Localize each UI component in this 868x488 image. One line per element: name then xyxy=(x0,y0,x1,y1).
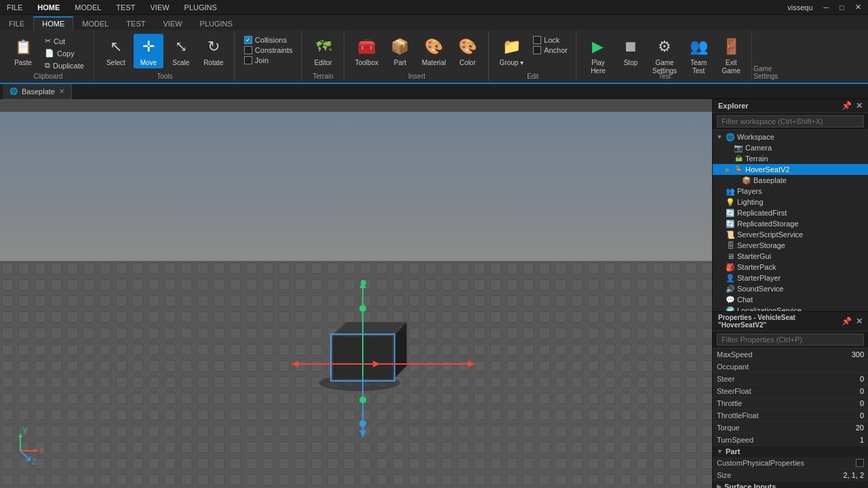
exit-game-icon: 🚪 xyxy=(720,36,742,58)
close-btn[interactable]: ✕ xyxy=(852,1,864,13)
editor-button[interactable]: 🗺 Editor xyxy=(309,34,338,68)
tree-item-hoverseav2[interactable]: ▶ 🪑 HoverSeatV2 xyxy=(713,164,868,175)
prop-row-turnspeed[interactable]: TurnSpeed 1 xyxy=(713,434,868,446)
tree-item-workspace[interactable]: ▼ 🌐 Workspace xyxy=(713,131,868,142)
prop-row-throttle[interactable]: Throttle 0 xyxy=(713,397,868,409)
viewport[interactable]: X Y Z xyxy=(0,99,712,488)
tree-item-starterpack[interactable]: 🎒 StarterPack xyxy=(713,262,868,272)
prop-row-customphys[interactable]: CustomPhysicalProperties xyxy=(713,457,868,469)
move-button[interactable]: ✛ Move xyxy=(134,34,163,68)
play-here-icon: ▶ xyxy=(587,36,609,58)
throttle-value: 0 xyxy=(791,399,865,407)
tab-home[interactable]: HOME xyxy=(33,16,73,30)
tree-item-starterplayer[interactable]: 👤 StarterPlayer xyxy=(713,272,868,283)
minimize-btn[interactable]: ─ xyxy=(821,2,832,13)
starterpack-label: StarterPack xyxy=(737,263,776,271)
color-button[interactable]: 🎨 Color xyxy=(453,34,483,68)
group-button[interactable]: 📁 Group ▾ xyxy=(496,34,528,68)
prop-row-torque[interactable]: Torque 20 xyxy=(713,422,868,434)
lock-checkbox-row[interactable]: Lock xyxy=(530,35,570,45)
properties-pin-icon[interactable]: 📌 xyxy=(842,317,852,326)
constraints-checkbox[interactable] xyxy=(244,46,252,54)
copy-button[interactable]: 📄 Copy xyxy=(41,47,88,59)
select-button[interactable]: ↖ Select xyxy=(101,34,131,68)
menu-file[interactable]: FILE xyxy=(4,2,25,13)
paste-button[interactable]: 📋 Paste xyxy=(8,34,38,68)
tree-item-chat[interactable]: 💬 Chat xyxy=(713,294,868,305)
anchor-checkbox-row[interactable]: Anchor xyxy=(530,45,570,55)
explorer-filter-input[interactable] xyxy=(717,115,864,127)
properties-close-icon[interactable]: ✕ xyxy=(856,317,863,326)
tree-item-terrain[interactable]: 🏔 Terrain xyxy=(713,153,868,164)
prop-row-throttlefloat[interactable]: ThrottleFloat 0 xyxy=(713,409,868,422)
tree-item-lighting[interactable]: 💡 Lighting xyxy=(713,197,868,207)
occupant-name: Occupant xyxy=(717,363,791,371)
tab-test[interactable]: TEST xyxy=(117,17,154,30)
collisions-checkbox-row[interactable]: ✓ Collisions xyxy=(241,35,296,45)
prop-row-size[interactable]: Size 2, 1, 2 xyxy=(713,469,868,481)
explorer-header-icons: 📌 ✕ xyxy=(842,101,863,110)
startergui-icon: 🖥 xyxy=(726,251,735,261)
explorer-close-icon[interactable]: ✕ xyxy=(856,101,863,110)
baseplate-tab[interactable]: 🌐 Baseplate ✕ xyxy=(3,84,72,99)
customphys-checkbox[interactable] xyxy=(856,459,864,467)
stop-button[interactable]: ⏹ Stop xyxy=(616,34,646,68)
tree-item-soundservice[interactable]: 🔊 SoundService xyxy=(713,283,868,294)
prop-row-occupant[interactable]: Occupant xyxy=(713,361,868,373)
part-button[interactable]: 📦 Part xyxy=(385,34,415,68)
lighting-label: Lighting xyxy=(737,198,764,206)
tree-item-localizationservice[interactable]: 🌍 LocalizationService xyxy=(713,305,868,311)
game-settings-button[interactable]: ⚙ GameSettings xyxy=(648,34,681,77)
workspace-icon: 🌐 xyxy=(726,132,735,142)
team-test-button[interactable]: 👥 TeamTest xyxy=(684,34,713,77)
starterplayer-label: StarterPlayer xyxy=(737,274,781,282)
move-icon: ✛ xyxy=(138,36,159,58)
toolbox-button[interactable]: 🧰 Toolbox xyxy=(351,34,382,68)
constraints-checkbox-row[interactable]: Constraints xyxy=(241,45,296,55)
play-here-button[interactable]: ▶ PlayHere xyxy=(583,34,613,77)
maximize-btn[interactable]: □ xyxy=(837,2,847,13)
cut-icon: ✂ xyxy=(45,37,51,45)
prop-row-steerfloat[interactable]: SteerFloat 0 xyxy=(713,385,868,397)
menu-home[interactable]: HOME xyxy=(35,2,62,13)
tab-view[interactable]: VIEW xyxy=(154,17,191,30)
menu-plugins[interactable]: PLUGINS xyxy=(182,2,220,13)
duplicate-button[interactable]: ⧉ Duplicate xyxy=(41,60,88,71)
tree-item-baseplate[interactable]: 📦 Baseplate xyxy=(713,175,868,186)
tree-item-camera[interactable]: 📷 Camera xyxy=(713,142,868,153)
baseplate-tab-close[interactable]: ✕ xyxy=(59,87,64,95)
tree-item-replicatedfirst[interactable]: 🔄 ReplicatedFirst xyxy=(713,207,868,218)
lock-checkbox[interactable] xyxy=(533,36,541,44)
collisions-col: ✓ Collisions Constraints Join xyxy=(241,34,296,65)
join-checkbox[interactable] xyxy=(244,56,252,64)
menu-view[interactable]: VIEW xyxy=(147,2,172,13)
tree-item-startergui[interactable]: 🖥 StarterGui xyxy=(713,251,868,262)
tree-item-serverscriptservice[interactable]: 📜 ServerScriptService xyxy=(713,229,868,240)
exit-game-button[interactable]: 🚪 ExitGame xyxy=(716,34,746,77)
menu-test[interactable]: TEST xyxy=(113,2,138,13)
prop-row-maxspeed[interactable]: MaxSpeed 300 xyxy=(713,348,868,361)
menu-model[interactable]: MODEL xyxy=(72,2,104,13)
tree-item-players[interactable]: 👥 Players xyxy=(713,186,868,197)
surface-inputs-arrow: ▶ xyxy=(717,483,722,488)
tab-plugins[interactable]: PLUGINS xyxy=(191,17,241,30)
prop-section-part[interactable]: ▼ Part xyxy=(713,446,868,457)
prop-row-steer[interactable]: Steer 0 xyxy=(713,373,868,385)
tab-model[interactable]: MODEL xyxy=(73,17,117,30)
tab-file[interactable]: FILE xyxy=(0,17,33,30)
cut-button[interactable]: ✂ Cut xyxy=(41,35,88,47)
ribbon-group-tools: ↖ Select ✛ Move ⤡ Scale ↻ Rotate Tools xyxy=(96,31,235,81)
explorer-pin-icon[interactable]: 📌 xyxy=(842,101,852,110)
workspace-arrow: ▼ xyxy=(715,134,724,140)
join-checkbox-row[interactable]: Join xyxy=(241,56,296,65)
material-button[interactable]: 🎨 Material xyxy=(418,34,450,68)
rotate-button[interactable]: ↻ Rotate xyxy=(199,34,229,68)
prop-section-surface-inputs[interactable]: ▶ Surface Inputs xyxy=(713,481,868,488)
props-filter-input[interactable] xyxy=(717,333,864,346)
anchor-checkbox[interactable] xyxy=(533,46,541,54)
scale-button[interactable]: ⤡ Scale xyxy=(166,34,196,68)
tree-item-serverstorage[interactable]: 🗄 ServerStorage xyxy=(713,240,868,251)
collisions-checkbox[interactable]: ✓ xyxy=(244,36,252,44)
group-icon: 📁 xyxy=(500,36,522,58)
tree-item-replicatedstorage[interactable]: 🔄 ReplicatedStorage xyxy=(713,218,868,229)
